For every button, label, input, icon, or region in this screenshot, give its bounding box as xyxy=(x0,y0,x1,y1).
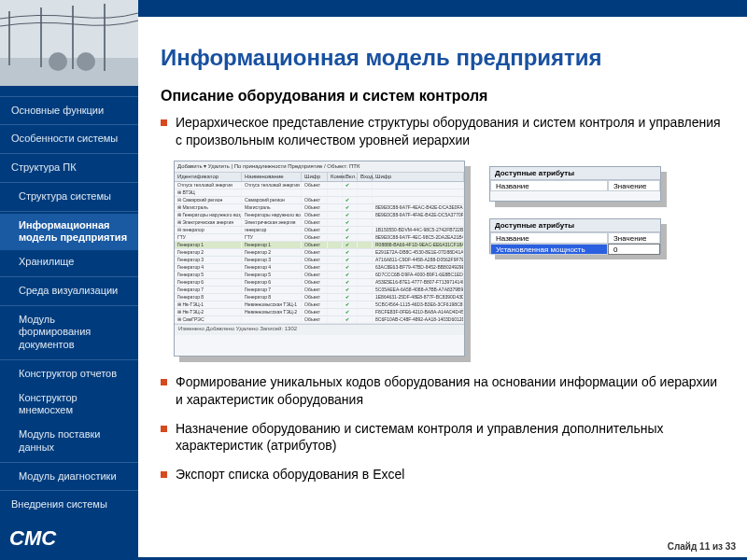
svg-point-7 xyxy=(77,52,95,71)
table-row: ⊞ ВТЭЦ xyxy=(175,189,464,197)
nav-item[interactable]: Внедрения системы xyxy=(0,493,138,517)
table-row: ⊞ Электрическая энергияЭлектрическая эне… xyxy=(175,219,464,227)
slide-counter: Слайд 11 из 33 xyxy=(668,541,736,552)
table-row: Генератор 8Генератор 8Объект✔1E864631-25… xyxy=(175,294,464,301)
table-row: ⊟ Самарский регионСамарский регионОбъект… xyxy=(175,197,464,204)
nav-item[interactable]: Конструктор отчетов xyxy=(0,362,138,386)
page-subtitle: Описание оборудования и систем контроля xyxy=(161,88,725,105)
table-row: ⊞ Нв-ТЭЦ-1Невинномысская ТЭЦ-1Объект✔5CB… xyxy=(175,301,464,309)
popup-col-name: Название xyxy=(490,180,608,191)
table-row: ⊞ Генераторы наружного воздухаГенераторы… xyxy=(175,212,464,219)
status-bar: Изменено Добавлено Удалено Записей: 1302 xyxy=(175,324,464,335)
screenshot-popup-1: Доступные атрибуты Название Значение xyxy=(489,166,661,202)
popup-attr-value: 0 xyxy=(608,244,660,255)
table-row: ГТУГТУОбъект✔8E9E0C88-9A7F-4EC-98C5-2DA2… xyxy=(175,234,464,242)
main: Информационная модель предприятия Описан… xyxy=(138,0,747,560)
nav-item[interactable]: Среда визуализации xyxy=(0,279,138,303)
nav-item[interactable]: Особенности системы xyxy=(0,127,138,151)
nav: НазначениеОсновные функцииОсобенности си… xyxy=(0,70,138,517)
intro-bullet: Иерархическое представление структуры об… xyxy=(161,114,725,149)
page-title: Информационная модель предприятия xyxy=(161,45,725,71)
popup-col-value: Значение xyxy=(608,232,660,244)
nav-item[interactable]: Информационная модель предприятия xyxy=(0,214,138,251)
bullet-item: Экспорт списка оборудования в Excel xyxy=(161,466,725,483)
popup-col-name: Название xyxy=(490,232,608,244)
nav-item[interactable]: Хранилище xyxy=(0,250,138,274)
bullet-list: Формирование уникальных кодов оборудован… xyxy=(161,373,725,483)
table-row: ⊞ СамГРЭСОбъект✔8C6F10AB-C48F-4892-AA18-… xyxy=(175,316,464,324)
svg-text:СМС: СМС xyxy=(9,526,57,550)
table-row: ⊞ МагистральМагистральОбъект✔8E9E0C88-9A… xyxy=(175,204,464,212)
svg-point-6 xyxy=(49,52,67,71)
table-row: Генератор 1Генератор 1Объект✔R08888-BA66… xyxy=(175,242,464,249)
nav-item[interactable]: Конструктор мнемосхем xyxy=(0,386,138,424)
screenshot-popup-2: Доступные атрибуты Название Значение Уст… xyxy=(489,218,661,254)
table-row: Генератор 4Генератор 4Объект✔63AC8E63-BF… xyxy=(175,264,464,272)
table-body: Отпуск тепловой энергииОтпуск тепловой э… xyxy=(175,182,464,324)
bullet-item: Назначение оборудованию и системам контр… xyxy=(161,420,725,455)
nav-item[interactable]: Структура системы xyxy=(0,185,138,209)
nav-item[interactable]: Структура ПК xyxy=(0,156,138,180)
popup-title: Доступные атрибуты xyxy=(490,219,660,232)
logo: СМС xyxy=(0,517,138,560)
table-row: Генератор 3Генератор 3Объект✔A716A811-C9… xyxy=(175,257,464,264)
table-row: Отпуск тепловой энергииОтпуск тепловой э… xyxy=(175,182,464,189)
topbar xyxy=(138,0,747,17)
table-row: Генератор 5Генератор 5Объект✔6D7CCC6B-D9… xyxy=(175,272,464,279)
table-row: Генератор 2Генератор 2Объект✔E291E72A-DB… xyxy=(175,249,464,257)
screenshot-main: Добавить ▾ Удалить | По принадлежности П… xyxy=(174,161,465,357)
nav-item[interactable]: Модуль формирования документов xyxy=(0,308,138,357)
table-row: Генератор 6Генератор 6Объект✔A53E5E16-87… xyxy=(175,279,464,287)
toolbar: Добавить ▾ Удалить | По принадлежности П… xyxy=(175,161,464,173)
svg-rect-1 xyxy=(0,58,138,86)
screenshot-gallery: Добавить ▾ Удалить | По принадлежности П… xyxy=(174,161,725,357)
nav-item[interactable]: Модуль диагностики xyxy=(0,465,138,489)
sidebar-image xyxy=(0,0,138,86)
nav-item[interactable]: Основные функции xyxy=(0,99,138,123)
popup-col-value: Значение xyxy=(608,180,660,191)
popup-title: Доступные атрибуты xyxy=(490,167,660,180)
popup-attr-name: Установленная мощность xyxy=(490,244,608,255)
table-row: ⊟ генераторгенераторОбъект✔1B150550-BDVM… xyxy=(175,227,464,234)
nav-item[interactable]: Модуль поставки данных xyxy=(0,423,138,460)
table-header: ИдентификаторНаименованиеШифрКомм.Вкл.Вх… xyxy=(175,173,464,182)
table-row: ⊞ Нв-ТЭЦ-2Невинномысская ТЭЦ-2Объект✔F8C… xyxy=(175,309,464,316)
table-row: Генератор 7Генератор 7Объект✔5C05AEEA-6A… xyxy=(175,287,464,294)
bullet-item: Формирование уникальных кодов оборудован… xyxy=(161,373,725,409)
